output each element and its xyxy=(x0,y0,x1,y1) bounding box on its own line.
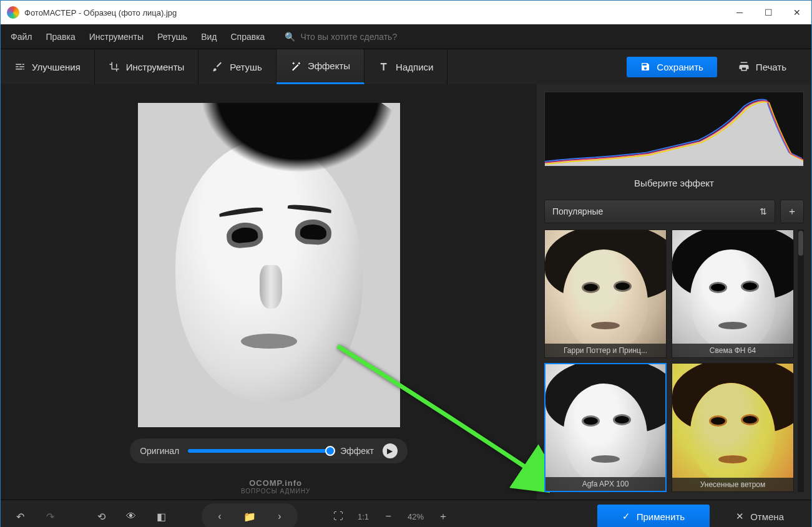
canvas-image[interactable] xyxy=(138,103,400,427)
zoom-out-button[interactable]: − xyxy=(378,506,399,527)
cancel-button[interactable]: ✕ Отмена xyxy=(717,505,803,527)
menubar: Файл Правка Инструменты Ретушь Вид Справ… xyxy=(1,24,811,49)
maximize-button[interactable]: ☐ xyxy=(754,1,783,24)
wand-icon xyxy=(290,60,301,72)
category-dropdown[interactable]: Популярные ⇅ xyxy=(544,200,775,223)
tab-enhance[interactable]: Улучшения xyxy=(1,49,95,84)
save-icon xyxy=(640,62,650,72)
zoom-in-button[interactable]: ＋ xyxy=(433,506,454,527)
zoom-percent: 42% xyxy=(408,512,424,521)
compare-play-button[interactable]: ▶ xyxy=(383,443,398,458)
folder-button[interactable]: 📁 xyxy=(239,506,260,527)
close-button[interactable]: ✕ xyxy=(783,1,811,24)
undo-button[interactable]: ↶ xyxy=(9,506,31,527)
apply-button[interactable]: ✓ Применить xyxy=(597,505,710,527)
effect-item-gone-with-wind[interactable]: Унесенные ветром xyxy=(672,363,794,491)
history-button[interactable]: ⟲ xyxy=(90,506,112,527)
tab-captions[interactable]: Надписи xyxy=(364,49,448,84)
compare-slider[interactable]: Оригинал Эффект ▶ xyxy=(130,438,408,463)
compare-handle[interactable] xyxy=(325,446,335,456)
tab-effects[interactable]: Эффекты xyxy=(276,49,364,84)
check-icon: ✓ xyxy=(622,511,630,522)
menu-retouch[interactable]: Ретушь xyxy=(157,32,187,42)
minimize-button[interactable]: ─ xyxy=(725,1,754,24)
sliders-icon xyxy=(14,61,26,72)
compare-button[interactable]: ◧ xyxy=(150,506,172,527)
close-icon: ✕ xyxy=(736,511,744,522)
canvas-area: Оригинал Эффект ▶ OCOMP.info ВОПРОСЫ АДМ… xyxy=(1,84,537,500)
titlebar: ФотоМАСТЕР - Образец (фото лица).jpg ─ ☐… xyxy=(1,1,811,24)
zoom-ratio[interactable]: 1:1 xyxy=(358,512,369,521)
panel-title: Выберите эффект xyxy=(544,173,804,193)
search-icon: 🔍 xyxy=(285,32,295,42)
print-icon xyxy=(738,61,750,72)
sort-icon: ⇅ xyxy=(760,206,767,216)
redo-button[interactable]: ↷ xyxy=(39,506,61,527)
brush-icon xyxy=(212,61,223,72)
menu-edit[interactable]: Правка xyxy=(46,32,75,42)
tab-tools[interactable]: Инструменты xyxy=(95,49,199,84)
toolbar: Улучшения Инструменты Ретушь Эффекты Над… xyxy=(1,49,811,84)
effect-item-svema[interactable]: Свема ФН 64 xyxy=(672,230,794,358)
navigation-group: ‹ 📁 › xyxy=(202,503,298,527)
crop-icon xyxy=(109,61,120,72)
menu-file[interactable]: Файл xyxy=(11,32,32,42)
add-category-button[interactable]: ＋ xyxy=(780,200,804,223)
view-button[interactable]: 👁 xyxy=(120,506,142,527)
compare-original-label: Оригинал xyxy=(140,446,179,456)
app-logo-icon xyxy=(7,6,19,19)
effect-scrollbar[interactable] xyxy=(798,230,804,492)
prev-button[interactable]: ‹ xyxy=(209,506,230,527)
tab-retouch[interactable]: Ретушь xyxy=(198,49,276,84)
side-panel: Выберите эффект Популярные ⇅ ＋ Гарри Пот… xyxy=(537,84,811,500)
histogram[interactable] xyxy=(544,92,804,167)
bottom-bar: ↶ ↷ ⟲ 👁 ◧ ‹ 📁 › ⛶ 1:1 − 42% ＋ ✓ Применит… xyxy=(1,500,811,527)
effect-item-agfa[interactable]: Agfa APX 100 xyxy=(544,363,667,491)
compare-effect-label: Эффект xyxy=(340,446,374,456)
menu-view[interactable]: Вид xyxy=(201,32,217,42)
fit-button[interactable]: ⛶ xyxy=(328,506,349,527)
effect-item-harry-potter[interactable]: Гарри Поттер и Принц... xyxy=(544,230,667,358)
effect-grid: Гарри Поттер и Принц... Свема ФН 64 Agfa… xyxy=(544,230,804,492)
window-title: ФотоМАСТЕР - Образец (фото лица).jpg xyxy=(24,8,177,17)
next-button[interactable]: › xyxy=(269,506,290,527)
print-button[interactable]: Печать xyxy=(725,56,800,77)
compare-track[interactable] xyxy=(188,449,331,453)
text-icon xyxy=(378,61,389,72)
menu-tools[interactable]: Инструменты xyxy=(89,32,144,42)
search-input[interactable] xyxy=(300,32,462,42)
watermark: OCOMP.info ВОПРОСЫ АДМИНУ xyxy=(241,478,310,495)
save-button[interactable]: Сохранить xyxy=(627,57,717,77)
menu-help[interactable]: Справка xyxy=(230,32,265,42)
